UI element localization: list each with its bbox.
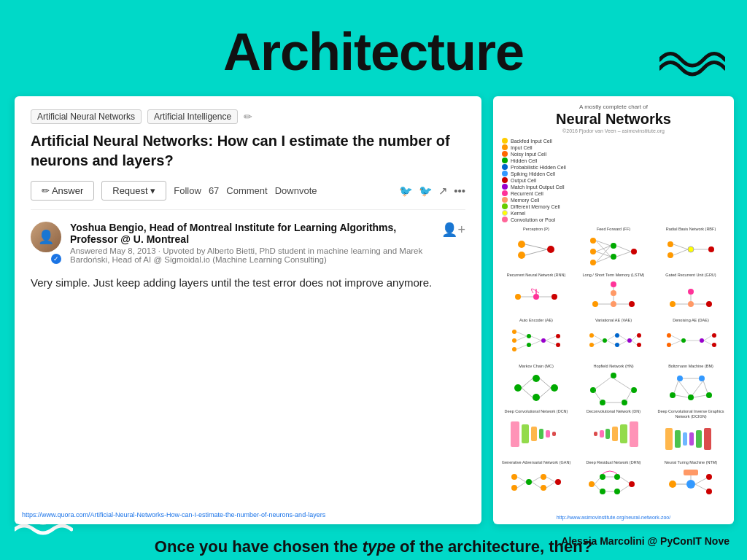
svg-line-155 xyxy=(595,478,600,484)
nn-cell-bm: Boltzmann Machine (BM) xyxy=(654,364,728,407)
legend-item: Match Input Output Cell xyxy=(502,184,728,190)
svg-line-102 xyxy=(614,378,632,390)
nn-label-perceptron: Perceptron (P) xyxy=(523,227,549,232)
legend-dot-hidden xyxy=(502,158,508,163)
legend-label-diff-memory: Different Memory Cell xyxy=(511,204,560,209)
svg-line-71 xyxy=(594,341,603,345)
svg-point-151 xyxy=(600,489,605,494)
svg-rect-121 xyxy=(531,427,537,441)
legend-label-conv: Convolution or Pool xyxy=(511,217,555,222)
svg-line-76 xyxy=(632,335,637,341)
tag-artificial-intelligence[interactable]: Artificial Intelligence xyxy=(147,109,238,124)
svg-line-167 xyxy=(695,478,706,484)
quora-tags: Artificial Neural Networks Artificial In… xyxy=(31,109,465,124)
svg-rect-123 xyxy=(546,430,550,438)
downvote-link[interactable]: Downvote xyxy=(275,185,317,196)
svg-point-108 xyxy=(699,376,705,381)
svg-point-6 xyxy=(590,249,596,254)
svg-point-65 xyxy=(615,333,619,338)
svg-point-7 xyxy=(590,260,596,265)
svg-point-153 xyxy=(614,489,620,494)
svg-point-142 xyxy=(555,479,561,485)
nn-card-inner: A mostly complete chart of Neural Networ… xyxy=(493,96,734,524)
nn-cell-rnn: Recurrent Neural Network (RNN) xyxy=(499,273,573,316)
svg-line-147 xyxy=(546,477,555,482)
quora-card: Artificial Neural Networks Artificial In… xyxy=(15,96,481,524)
legend-item: Noisy Input Cell xyxy=(502,151,728,157)
svg-point-152 xyxy=(614,474,620,480)
legend-item: Output Cell xyxy=(502,177,728,183)
nn-label-bm: Boltzmann Machine (BM) xyxy=(668,364,713,369)
avatar-face: 👤 xyxy=(31,222,61,252)
svg-point-89 xyxy=(514,384,522,392)
svg-point-34 xyxy=(611,281,616,287)
legend-item: Memory Cell xyxy=(502,197,728,203)
nn-cell-gru: Gated Recurrent Unit (GRU) xyxy=(654,273,728,316)
legend-dot-prob-hidden xyxy=(502,164,508,170)
legend-dot-noisy xyxy=(502,151,508,157)
svg-line-114 xyxy=(678,381,689,395)
request-button[interactable]: Request ▾ xyxy=(101,181,166,201)
nn-cell-perceptron: Perceptron (P) xyxy=(499,227,573,270)
svg-line-143 xyxy=(517,477,526,482)
facebook-icon[interactable]: 🐦 xyxy=(399,184,413,198)
nn-cell-dn: Deconvolutional Network (DN) xyxy=(576,409,651,456)
legend-item: Input Cell xyxy=(502,144,728,150)
legend-dot-input xyxy=(502,144,508,150)
nn-label-mc: Markov Chain (MC) xyxy=(519,364,554,369)
share-icon[interactable]: ↗ xyxy=(438,184,448,198)
svg-line-96 xyxy=(540,388,551,397)
svg-point-164 xyxy=(706,489,712,494)
svg-point-54 xyxy=(556,343,560,347)
author-avatar: 👤 xyxy=(31,222,61,252)
legend-item: Different Memory Cell xyxy=(502,203,728,209)
follow-author-icon[interactable]: 👤+ xyxy=(441,222,465,264)
nn-svg-rnn xyxy=(507,279,565,315)
legend-label-match: Match Input Output Cell xyxy=(511,184,565,190)
nn-cell-lstm: Long / Short Term Memory (LSTM) xyxy=(576,273,651,316)
legend-item: Convolution or Pool xyxy=(502,217,728,222)
deco-wave-top-right xyxy=(659,44,725,77)
svg-line-148 xyxy=(546,482,555,488)
svg-rect-126 xyxy=(620,424,627,443)
nn-cell-rbf: Radial Basis Network (RBF) xyxy=(654,227,728,270)
svg-point-109 xyxy=(670,392,676,398)
svg-rect-120 xyxy=(522,424,529,443)
svg-point-97 xyxy=(611,373,616,378)
svg-point-90 xyxy=(533,375,540,382)
svg-point-22 xyxy=(708,246,714,252)
legend-label-memory: Memory Cell xyxy=(511,198,539,203)
answer-button[interactable]: ✏ Answer xyxy=(31,181,94,201)
legend-label-output: Output Cell xyxy=(511,178,536,183)
svg-point-63 xyxy=(589,343,594,347)
legend-label-recurrent: Recurrent Cell xyxy=(511,191,543,196)
svg-point-150 xyxy=(600,474,605,480)
svg-point-8 xyxy=(611,243,616,249)
svg-point-41 xyxy=(688,301,694,307)
svg-rect-165 xyxy=(684,470,698,475)
more-icon[interactable]: ••• xyxy=(454,184,465,197)
tag-artificial-neural-networks[interactable]: Artificial Neural Networks xyxy=(31,109,142,124)
follow-link[interactable]: Follow xyxy=(174,185,201,196)
svg-point-5 xyxy=(590,238,596,244)
svg-point-0 xyxy=(518,241,525,248)
nn-svg-gan xyxy=(507,466,565,502)
svg-point-161 xyxy=(669,481,676,488)
svg-point-79 xyxy=(667,343,671,347)
comment-link[interactable]: Comment xyxy=(226,185,267,196)
edit-icon[interactable]: ✏ xyxy=(244,111,252,122)
legend-label-prob-hidden: Probabilistic Hidden Cell xyxy=(511,165,566,170)
nn-chart-subtitle: A mostly complete chart of xyxy=(499,104,728,110)
nn-svg-bm xyxy=(662,370,720,406)
nn-label-rnn: Recurrent Neural Network (RNN) xyxy=(507,273,566,278)
svg-point-82 xyxy=(712,333,716,338)
legend-item: Backfed Input Cell xyxy=(502,138,728,144)
svg-line-61 xyxy=(546,341,556,345)
svg-point-62 xyxy=(589,333,594,338)
svg-line-116 xyxy=(703,381,708,393)
quora-url[interactable]: https://www.quora.com/Artificial-Neural-… xyxy=(22,511,325,518)
svg-point-78 xyxy=(667,333,671,338)
legend-dot-spiking xyxy=(502,171,508,176)
twitter-icon[interactable]: 🐦 xyxy=(419,184,433,198)
nn-svg-dcn xyxy=(507,416,565,452)
